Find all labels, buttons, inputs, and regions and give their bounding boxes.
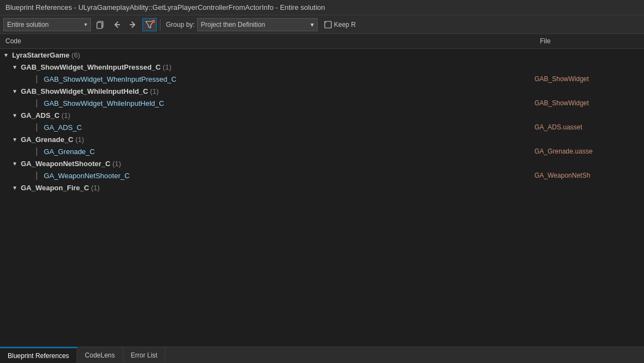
vertical-bar-4 bbox=[36, 148, 37, 156]
expand-ga-ads-icon: ▼ bbox=[12, 112, 18, 118]
tab-blueprint-references[interactable]: Blueprint References bbox=[0, 347, 77, 363]
copy-button[interactable] bbox=[93, 18, 107, 31]
ga-ads-label: GA_ADS_C (1) bbox=[19, 111, 644, 120]
row-gab-show-widget-while[interactable]: GAB_ShowWidget_WhileInputHeld_C GAB_Show… bbox=[0, 97, 644, 109]
gab-while-file: GAB_ShowWidget bbox=[534, 99, 644, 107]
ga-grenade-file: GA_Grenade.uasse bbox=[534, 148, 644, 155]
title-text: Blueprint References - ULyraGameplayAbil… bbox=[5, 3, 325, 12]
forward-button[interactable] bbox=[126, 18, 140, 31]
svg-rect-1 bbox=[97, 22, 102, 29]
group-by-label: Group by: bbox=[166, 21, 195, 29]
scope-label: Entire solution bbox=[7, 21, 49, 29]
gab-when-file: GAB_ShowWidget bbox=[534, 75, 644, 83]
vertical-bar-3 bbox=[36, 123, 37, 132]
row-ga-ads[interactable]: GA_ADS_C GA_ADS.uasset bbox=[0, 121, 644, 133]
ga-weapon-fire-label: GA_Weapon_Fire_C (1) bbox=[19, 184, 644, 192]
col-file-header[interactable]: File bbox=[534, 36, 644, 46]
expand-root-icon: ▼ bbox=[3, 52, 9, 58]
ga-grenade-label: GA_Grenade_C (1) bbox=[19, 135, 644, 144]
scope-chevron-icon: ▾ bbox=[84, 21, 87, 27]
row-gab-show-widget-when[interactable]: GAB_ShowWidget_WhenInputPressed_C GAB_Sh… bbox=[0, 73, 644, 85]
title-bar: Blueprint References - ULyraGameplayAbil… bbox=[0, 0, 644, 15]
col-code-header[interactable]: Code bbox=[0, 36, 534, 46]
group-gab-show-widget-when[interactable]: ▼ GAB_ShowWidget_WhenInputPressed_C (1) bbox=[0, 61, 644, 73]
tab-error-list[interactable]: Error List bbox=[123, 347, 166, 363]
filter-button[interactable] bbox=[142, 18, 157, 31]
tab-codelens[interactable]: CodeLens bbox=[77, 347, 123, 363]
vertical-bar-2 bbox=[36, 99, 37, 107]
back-button[interactable] bbox=[110, 18, 124, 31]
keep-results: Keep R bbox=[324, 21, 356, 29]
bottom-tabs: Blueprint References CodeLens Error List bbox=[0, 347, 644, 363]
ga-weapon-net-label: GA_WeaponNetShooter_C (1) bbox=[19, 160, 644, 168]
gab-while-child-name: GAB_ShowWidget_WhileInputHeld_C bbox=[42, 99, 534, 107]
separator-1 bbox=[160, 19, 160, 30]
filter-active-dot bbox=[152, 20, 155, 23]
root-label: LyraStarterGame (6) bbox=[10, 51, 644, 59]
group-by-value: Project then Definition bbox=[201, 21, 265, 29]
vertical-bar-5 bbox=[36, 172, 37, 180]
gab-while-label: GAB_ShowWidget_WhileInputHeld_C (1) bbox=[19, 87, 644, 95]
expand-gab-while-icon: ▼ bbox=[12, 88, 18, 94]
gab-when-label: GAB_ShowWidget_WhenInputPressed_C (1) bbox=[19, 63, 644, 71]
expand-ga-weapon-net-icon: ▼ bbox=[12, 161, 18, 167]
gab-when-child-name: GAB_ShowWidget_WhenInputPressed_C bbox=[42, 75, 534, 83]
expand-ga-grenade-icon: ▼ bbox=[12, 137, 18, 143]
group-ga-weapon-fire[interactable]: ▼ GA_Weapon_Fire_C (1) bbox=[0, 182, 644, 194]
column-headers: Code File bbox=[0, 34, 644, 49]
ga-weapon-net-child-name: GA_WeaponNetShooter_C bbox=[42, 172, 534, 180]
group-by-chevron-icon: ▾ bbox=[311, 21, 314, 29]
group-gab-show-widget-while[interactable]: ▼ GAB_ShowWidget_WhileInputHeld_C (1) bbox=[0, 85, 644, 97]
toolbar: Entire solution ▾ Group by: Project then… bbox=[0, 15, 644, 34]
expand-gab-when-icon: ▼ bbox=[12, 64, 18, 70]
ga-ads-file: GA_ADS.uasset bbox=[534, 123, 644, 131]
content-area[interactable]: ▼ LyraStarterGame (6) ▼ GAB_ShowWidget_W… bbox=[0, 49, 644, 341]
ga-weapon-net-file: GA_WeaponNetSh bbox=[534, 172, 644, 179]
group-ga-weapon-net-shooter[interactable]: ▼ GA_WeaponNetShooter_C (1) bbox=[0, 157, 644, 169]
vertical-bar-1 bbox=[36, 75, 37, 83]
row-ga-weapon-net-shooter[interactable]: GA_WeaponNetShooter_C GA_WeaponNetSh bbox=[0, 169, 644, 182]
ga-ads-child-name: GA_ADS_C bbox=[42, 123, 534, 132]
row-ga-grenade[interactable]: GA_Grenade_C GA_Grenade.uasse bbox=[0, 145, 644, 157]
group-ga-ads[interactable]: ▼ GA_ADS_C (1) bbox=[0, 109, 644, 121]
group-root[interactable]: ▼ LyraStarterGame (6) bbox=[0, 49, 644, 61]
expand-ga-weapon-fire-icon: ▼ bbox=[12, 185, 18, 191]
scope-dropdown[interactable]: Entire solution ▾ bbox=[3, 18, 91, 31]
group-by-dropdown[interactable]: Project then Definition ▾ bbox=[197, 18, 318, 31]
group-ga-grenade[interactable]: ▼ GA_Grenade_C (1) bbox=[0, 133, 644, 145]
ga-grenade-child-name: GA_Grenade_C bbox=[42, 148, 534, 156]
keep-results-label: Keep R bbox=[334, 21, 356, 29]
